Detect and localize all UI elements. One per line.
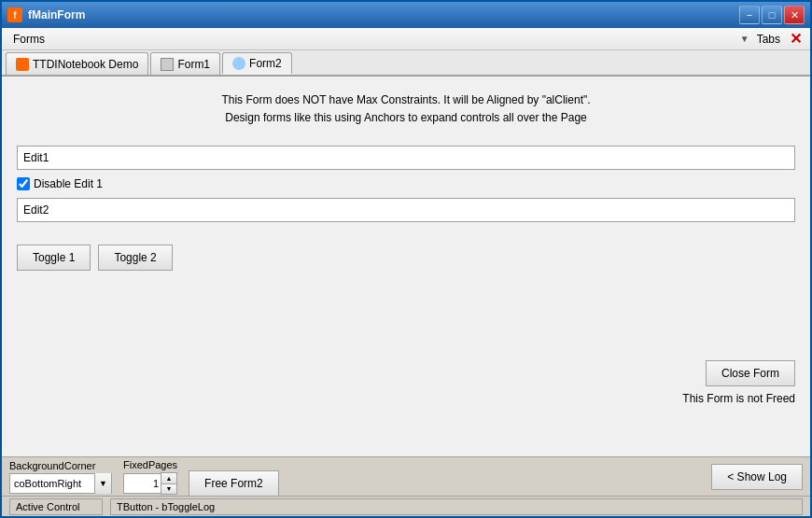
background-corner-select[interactable]: coBottomRight ▼ — [9, 473, 112, 494]
tabs-label: Tabs — [757, 33, 780, 46]
info-line1: This Form does NOT have Max Constraints.… — [17, 91, 795, 109]
edit1-input[interactable] — [17, 146, 795, 170]
disable-edit1-row: Disable Edit 1 — [17, 177, 795, 190]
tab-label-form2: Form2 — [249, 57, 282, 70]
toggle1-button[interactable]: Toggle 1 — [17, 245, 91, 271]
app-icon: f — [7, 7, 22, 22]
content-area: This Form does NOT have Max Constraints.… — [2, 77, 810, 456]
fixed-pages-up-button[interactable]: ▲ — [161, 473, 176, 483]
tabbar: TTDINotebook Demo Form1 Form2 — [2, 50, 810, 77]
tab-icon-form2 — [232, 57, 245, 70]
menubar: Forms ▼ Tabs ✕ — [2, 28, 810, 50]
toggle-buttons-row: Toggle 1 Toggle 2 — [17, 245, 795, 271]
info-line2: Design forms like this using Anchors to … — [17, 109, 795, 127]
background-corner-group: BackgroundCorner coBottomRight ▼ — [9, 460, 112, 494]
toggle2-button[interactable]: Toggle 2 — [98, 245, 172, 271]
menubar-close-button[interactable]: ✕ — [788, 32, 803, 47]
fixed-pages-group: FixedPages ▲ ▼ — [123, 459, 177, 495]
bottom-right-area: Close Form This Form is not Freed — [682, 360, 795, 405]
minimize-button[interactable]: − — [739, 6, 760, 24]
background-corner-dropdown-arrow[interactable]: ▼ — [94, 473, 111, 494]
menubar-right: ▼ Tabs ✕ — [740, 32, 803, 47]
footer-toolbar: BackgroundCorner coBottomRight ▼ FixedPa… — [2, 456, 810, 496]
titlebar: f fMainForm − □ ✕ — [2, 2, 810, 28]
tab-icon-form1 — [161, 58, 174, 71]
free-form2-button[interactable]: Free Form2 — [189, 470, 279, 497]
info-text: This Form does NOT have Max Constraints.… — [17, 91, 795, 127]
fixed-pages-spinner-row: ▲ ▼ — [123, 472, 177, 495]
menubar-forms[interactable]: Forms — [9, 31, 49, 48]
window-title: fMainForm — [28, 8, 739, 21]
tab-form1[interactable]: Form1 — [150, 52, 220, 75]
fixed-pages-label: FixedPages — [123, 459, 177, 470]
tab-label-form1: Form1 — [177, 58, 210, 71]
maximize-button[interactable]: □ — [762, 6, 782, 24]
fixed-pages-spinner-buttons: ▲ ▼ — [161, 472, 177, 495]
control-name-value: TButton - bToggleLog — [117, 501, 215, 512]
tabs-dropdown-arrow[interactable]: ▼ — [740, 34, 749, 44]
fixed-pages-input[interactable] — [123, 473, 161, 494]
statusbar: Active Control TButton - bToggleLog — [2, 496, 810, 516]
edit2-input[interactable] — [17, 198, 795, 222]
background-corner-value: coBottomRight — [10, 478, 94, 489]
close-form-button[interactable]: Close Form — [706, 360, 795, 386]
tab-ttdinotebook[interactable]: TTDINotebook Demo — [6, 52, 148, 75]
tab-label-ttdinotebook: TTDINotebook Demo — [33, 58, 138, 71]
disable-edit1-checkbox[interactable] — [17, 177, 30, 190]
active-control-panel: Active Control — [9, 498, 103, 515]
tab-form2[interactable]: Form2 — [222, 52, 292, 75]
close-window-button[interactable]: ✕ — [784, 6, 805, 24]
fixed-pages-down-button[interactable]: ▼ — [161, 483, 176, 494]
control-name-panel: TButton - bToggleLog — [110, 498, 803, 515]
main-window: f fMainForm − □ ✕ Forms ▼ Tabs ✕ TTDINot… — [0, 0, 812, 518]
form-freed-text: This Form is not Freed — [682, 392, 795, 405]
active-control-label: Active Control — [16, 501, 79, 512]
disable-edit1-label: Disable Edit 1 — [34, 177, 103, 190]
show-log-button[interactable]: < Show Log — [711, 464, 803, 490]
tab-icon-ttdinotebook — [16, 58, 29, 71]
titlebar-controls: − □ ✕ — [739, 6, 805, 24]
background-corner-label: BackgroundCorner — [9, 460, 112, 471]
